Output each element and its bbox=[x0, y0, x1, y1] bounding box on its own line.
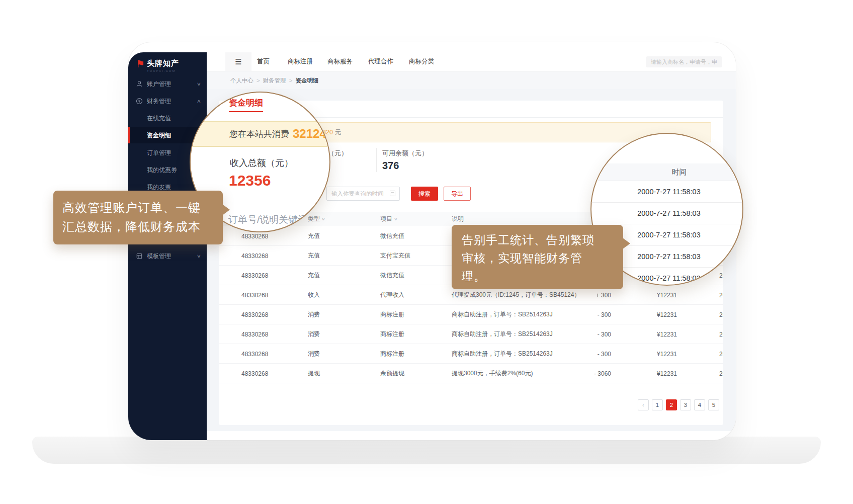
magnified-time-header: 时间 bbox=[591, 163, 742, 181]
magnified-banner: 您在本站共消费 32124 bbox=[190, 121, 330, 147]
cell-balance: ¥12231 bbox=[636, 305, 677, 324]
table-row: 48330268 提现 余额提现 提现3000元，手续费2%(60元) - 30… bbox=[219, 364, 723, 383]
callout-left-line1: 高效管理账户订单、一键 bbox=[62, 198, 214, 217]
sidebar-item-label: 账户管理 bbox=[147, 80, 171, 89]
callout-arrow-right-icon bbox=[623, 238, 630, 249]
callout-right-line3: 理。 bbox=[462, 267, 613, 285]
sidebar-item-label: 财务管理 bbox=[147, 97, 171, 106]
cell-order: 48330268 bbox=[241, 246, 268, 266]
magnified-tab-funds: 资金明细 bbox=[229, 97, 263, 112]
chevron-down-icon: ∨ bbox=[197, 81, 201, 87]
callout-right-line2: 审核，实现智能财务管 bbox=[462, 249, 613, 267]
page-prev-button[interactable]: ‹ bbox=[638, 399, 649, 410]
nav-trademark-service[interactable]: 商标服务 bbox=[327, 52, 353, 71]
nav-trademark-class[interactable]: 商标分类 bbox=[409, 52, 434, 71]
sidebar-item-label: 我的发票 bbox=[147, 183, 171, 192]
top-navbar: ☰ 首页 商标注册 商标服务 代理合作 商标分类 bbox=[207, 52, 736, 71]
calendar-icon[interactable] bbox=[390, 191, 395, 196]
cell-type: 充值 bbox=[308, 266, 320, 285]
breadcrumb-link-personal[interactable]: 个人中心 bbox=[230, 77, 253, 85]
cell-amount: - 3060 bbox=[571, 364, 611, 383]
cell-time: 2000-7-27 11:58:03 bbox=[719, 266, 723, 285]
cell-amount: - 300 bbox=[571, 344, 611, 364]
callout-left-line2: 汇总数据，降低财务成本 bbox=[62, 217, 214, 236]
sidebar: ⚑ 头牌知产 TOUPAI.COM 账户管理 ∨ 财务管理 ∧ bbox=[128, 52, 207, 440]
sidebar-item-templates[interactable]: 模板管理 ∨ bbox=[128, 248, 207, 264]
cell-project: 余额提现 bbox=[380, 364, 404, 383]
cell-balance: ¥12231 bbox=[636, 324, 677, 344]
sidebar-item-label: 订单管理 bbox=[147, 149, 171, 157]
cell-type: 消费 bbox=[308, 324, 320, 344]
cell-project: 代理收入 bbox=[380, 285, 404, 305]
cell-desc: 商标自助注册，订单号：SB2514263J bbox=[452, 305, 553, 324]
callout-arrow-right-icon bbox=[222, 204, 230, 215]
page-button-1[interactable]: 1 bbox=[652, 399, 663, 410]
balance-label: 可用余额（元） bbox=[382, 149, 428, 158]
cell-type: 消费 bbox=[308, 344, 320, 364]
cell-project: 支付宝充值 bbox=[380, 246, 410, 266]
magnified-income-label: 收入总额（元） bbox=[230, 157, 293, 169]
cell-order: 48330268 bbox=[241, 285, 268, 305]
page-button-5[interactable]: 5 bbox=[708, 399, 719, 410]
page: ⚑ 头牌知产 TOUPAI.COM 账户管理 ∨ 财务管理 ∧ bbox=[0, 0, 853, 504]
cell-order: 48330268 bbox=[241, 364, 268, 383]
cell-order: 48330268 bbox=[241, 266, 268, 285]
stats-divider bbox=[376, 148, 377, 172]
nav-home[interactable]: 首页 bbox=[257, 52, 270, 71]
sidebar-item-label: 我的优惠券 bbox=[147, 166, 177, 175]
user-icon bbox=[136, 80, 143, 88]
cell-order: 48330268 bbox=[241, 344, 268, 364]
sidebar-item-finance[interactable]: 财务管理 ∧ bbox=[128, 93, 207, 109]
breadcrumb-link-finance[interactable]: 财务管理 bbox=[263, 77, 286, 85]
col-desc-header: 说明 bbox=[452, 212, 464, 226]
cell-time: 2000-7-27 11:58:03 bbox=[719, 324, 723, 344]
magnified-income-value: 12356 bbox=[229, 172, 271, 189]
col-project-header[interactable]: 项目∨ bbox=[380, 212, 397, 226]
cell-project: 商标注册 bbox=[380, 324, 404, 344]
hamburger-menu-icon[interactable]: ☰ bbox=[225, 52, 251, 71]
cell-time: 2000-7-27 11:58:03 bbox=[719, 364, 723, 383]
cell-amount: - 300 bbox=[571, 305, 611, 324]
time-query-input[interactable] bbox=[326, 187, 400, 201]
breadcrumb-sep: > bbox=[289, 77, 293, 83]
pagination: ‹ 1 2 3 4 5 bbox=[582, 399, 719, 410]
template-icon bbox=[136, 253, 143, 260]
sidebar-item-label: 资金明细 bbox=[147, 131, 171, 140]
cell-desc: 商标自助注册，订单号：SB2514263J bbox=[452, 344, 553, 364]
page-button-2-active[interactable]: 2 bbox=[666, 399, 677, 410]
magnified-time-row: 2000-7-27 11:58:03 bbox=[591, 202, 742, 224]
cell-balance: ¥12231 bbox=[636, 285, 677, 305]
cell-order: 48330268 bbox=[241, 305, 268, 324]
nav-trademark-register[interactable]: 商标注册 bbox=[288, 52, 313, 71]
cell-type: 充值 bbox=[308, 226, 320, 246]
balance-value: 376 bbox=[382, 160, 399, 172]
breadcrumb-bar: 个人中心 > 财务管理 > 资金明细 bbox=[207, 71, 736, 89]
search-input[interactable] bbox=[646, 56, 722, 67]
sidebar-item-recharge[interactable]: 在线充值 bbox=[128, 110, 207, 126]
cell-time: 2000-7-27 11:58:03 bbox=[719, 344, 723, 364]
export-button[interactable]: 导出 bbox=[444, 187, 471, 201]
breadcrumb: 个人中心 > 财务管理 > 资金明细 bbox=[230, 71, 318, 90]
cell-project: 商标注册 bbox=[380, 344, 404, 364]
cell-project: 商标注册 bbox=[380, 305, 404, 324]
cell-desc: 提现3000元，手续费2%(60元) bbox=[452, 364, 533, 383]
brand-tagline: TOUPAI.COM bbox=[147, 69, 179, 72]
sidebar-item-account[interactable]: 账户管理 ∨ bbox=[128, 76, 207, 92]
cell-time: 2000-7-27 11:58:03 bbox=[719, 305, 723, 324]
breadcrumb-current: 资金明细 bbox=[295, 77, 318, 85]
page-button-3[interactable]: 3 bbox=[680, 399, 691, 410]
cell-balance: ¥12231 bbox=[636, 344, 677, 364]
chevron-up-icon: ∧ bbox=[197, 99, 201, 104]
callout-right-line1: 告别手工统计、告别繁琐 bbox=[462, 231, 613, 249]
cell-type: 消费 bbox=[308, 305, 320, 324]
finance-icon bbox=[136, 98, 143, 105]
table-row: 48330268 消费 商标注册 商标自助注册，订单号：SB2514263J -… bbox=[219, 344, 723, 364]
cell-type: 充值 bbox=[308, 246, 320, 266]
page-button-4[interactable]: 4 bbox=[694, 399, 705, 410]
nav-agent-coop[interactable]: 代理合作 bbox=[368, 52, 393, 71]
table-row: 48330268 消费 商标注册 商标自助注册，订单号：SB2514263J -… bbox=[219, 324, 723, 344]
cell-balance: ¥12231 bbox=[636, 364, 677, 383]
search-button[interactable]: 搜索 bbox=[411, 187, 438, 201]
cell-project: 微信充值 bbox=[380, 226, 404, 246]
col-type-header[interactable]: 类型∨ bbox=[308, 212, 325, 226]
